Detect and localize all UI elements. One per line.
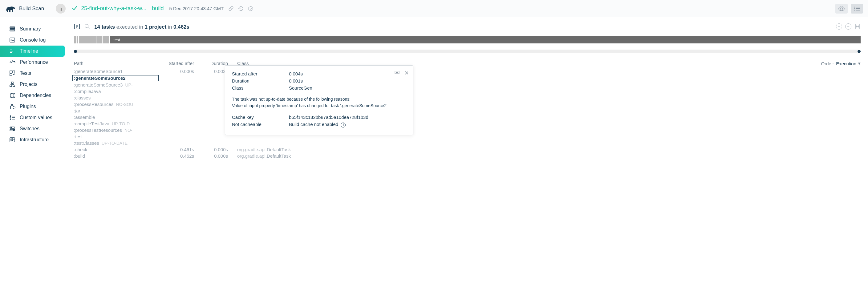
sidebar-item-label: Dependencies (20, 93, 51, 98)
svg-rect-11 (10, 29, 15, 30)
expand-all-icon[interactable]: + (836, 23, 842, 30)
task-row[interactable]: :generateSomeSource2 (74, 74, 861, 81)
task-row[interactable]: :assemble (74, 114, 861, 121)
svg-point-21 (13, 93, 14, 94)
svg-rect-13 (10, 38, 15, 42)
col-header-duration[interactable]: Duration (194, 61, 228, 66)
sidebar-item-performance[interactable]: Performance (0, 57, 65, 68)
col-header-path[interactable]: Path (74, 61, 160, 66)
success-check-icon (71, 5, 78, 12)
task-row[interactable]: :testClassesUP-TO-DATE (74, 140, 861, 146)
timeline-chart[interactable]: :test (74, 36, 861, 43)
sidebar-item-label: Timeline (20, 48, 38, 54)
task-row[interactable]: :compileTestJavaUP-TO-D (74, 121, 861, 127)
svg-point-33 (12, 138, 12, 139)
svg-point-0 (13, 8, 13, 8)
sidebar-item-dependencies[interactable]: Dependencies (0, 90, 65, 101)
task-row[interactable]: :generateSomeSource10.000s0.003sSourceGe… (74, 68, 861, 74)
link-icon[interactable] (228, 5, 234, 12)
sidebar-item-label: Projects (20, 81, 38, 87)
fit-width-icon[interactable] (855, 23, 861, 31)
sidebar-item-projects[interactable]: Projects (0, 79, 65, 90)
tests-icon (9, 70, 16, 76)
svg-rect-16 (10, 74, 12, 76)
summary-icon (9, 26, 16, 32)
sidebar-item-timeline[interactable]: Timeline (0, 45, 65, 57)
task-row[interactable]: :jar (74, 107, 861, 114)
task-list: :generateSomeSource10.000s0.003sSourceGe… (74, 68, 861, 159)
close-icon[interactable]: ✕ (404, 70, 409, 76)
col-header-started[interactable]: Started after (160, 61, 194, 66)
sidebar-item-infrastructure[interactable]: Infrastructure (0, 134, 65, 145)
svg-rect-7 (856, 8, 860, 9)
task-row[interactable]: :check0.461s0.000sorg.gradle.api.Default… (74, 146, 861, 153)
svg-rect-14 (10, 71, 12, 73)
plugins-icon (9, 103, 16, 110)
svg-point-6 (855, 8, 856, 9)
sidebar-item-label: Plugins (20, 104, 36, 109)
search-icon[interactable] (84, 24, 90, 30)
sidebar-item-label: Switches (20, 126, 39, 131)
build-name[interactable]: 25-find-out-why-a-task-w... (81, 5, 146, 12)
sidebar-item-console[interactable]: Console log (0, 34, 65, 45)
gradle-elephant-icon (5, 5, 16, 12)
sidebar-item-summary[interactable]: Summary (0, 23, 65, 34)
svg-point-37 (85, 24, 88, 28)
compare-view-button[interactable] (835, 4, 848, 13)
custom-values-icon (9, 114, 16, 121)
sidebar-item-label: Infrastructure (20, 137, 49, 142)
sidebar-item-label: Custom values (20, 115, 52, 121)
svg-point-23 (13, 97, 14, 98)
task-row[interactable]: :test (74, 133, 861, 140)
svg-rect-10 (10, 27, 15, 28)
svg-rect-39 (396, 72, 398, 73)
svg-point-35 (12, 140, 12, 141)
info-icon[interactable]: i (341, 123, 346, 128)
task-row[interactable]: :generateSomeSource3UP- (74, 81, 861, 88)
svg-rect-5 (856, 7, 860, 7)
list-view-button[interactable] (851, 4, 863, 13)
svg-rect-18 (10, 85, 12, 87)
svg-point-24 (10, 116, 11, 117)
task-row[interactable]: :classes (74, 95, 861, 101)
task-row[interactable]: :processResourcesNO-SOUces (74, 101, 861, 107)
sidebar-item-tests[interactable]: Tests (0, 68, 65, 79)
svg-point-8 (855, 9, 856, 10)
tree-toggle-icon[interactable] (74, 23, 80, 31)
sidebar-item-custom-values[interactable]: Custom values (0, 112, 65, 123)
svg-rect-17 (11, 82, 13, 84)
task-row[interactable]: :build0.462s0.000sorg.gradle.api.Default… (74, 153, 861, 159)
sidebar-item-plugins[interactable]: Plugins (0, 101, 65, 112)
focus-task-icon[interactable] (395, 70, 400, 76)
history-icon[interactable] (238, 5, 244, 12)
reason-intro: The task was not up-to-date because of t… (232, 96, 406, 102)
sidebar-item-switches[interactable]: Switches (0, 123, 65, 134)
timeline-segment-test[interactable]: :test (110, 36, 861, 43)
svg-rect-12 (10, 30, 15, 31)
summary-text: 14 tasks executed in 1 project in 0.462s (94, 24, 189, 30)
svg-rect-15 (12, 71, 15, 73)
timeline-range-slider[interactable] (74, 50, 861, 53)
table-header: Path Started after Duration Class Order:… (74, 59, 861, 68)
performance-icon (9, 59, 16, 65)
hexagon-icon[interactable] (248, 5, 254, 12)
avatar[interactable]: g (56, 4, 66, 13)
svg-point-30 (13, 130, 14, 131)
build-timestamp: 5 Dec 2017 20:43:47 GMT (169, 6, 224, 11)
order-selector[interactable]: Order: Execution ▾ (821, 61, 861, 66)
logo-block: Build Scan (5, 5, 50, 12)
timeline-icon (9, 48, 16, 54)
projects-icon (9, 81, 16, 88)
collapse-all-icon[interactable]: − (845, 23, 851, 30)
header-meta-icons (228, 5, 254, 12)
task-row[interactable]: :compileJava (74, 88, 861, 95)
task-row[interactable]: :processTestResourcesNO-ces (74, 127, 861, 133)
sidebar-item-label: Console log (20, 37, 46, 43)
svg-rect-9 (856, 10, 860, 10)
svg-point-26 (10, 119, 11, 120)
switches-icon (9, 126, 16, 132)
build-root-task[interactable]: build (152, 5, 163, 12)
svg-point-25 (10, 117, 11, 118)
svg-point-22 (10, 97, 11, 98)
sidebar-item-label: Performance (20, 59, 48, 65)
